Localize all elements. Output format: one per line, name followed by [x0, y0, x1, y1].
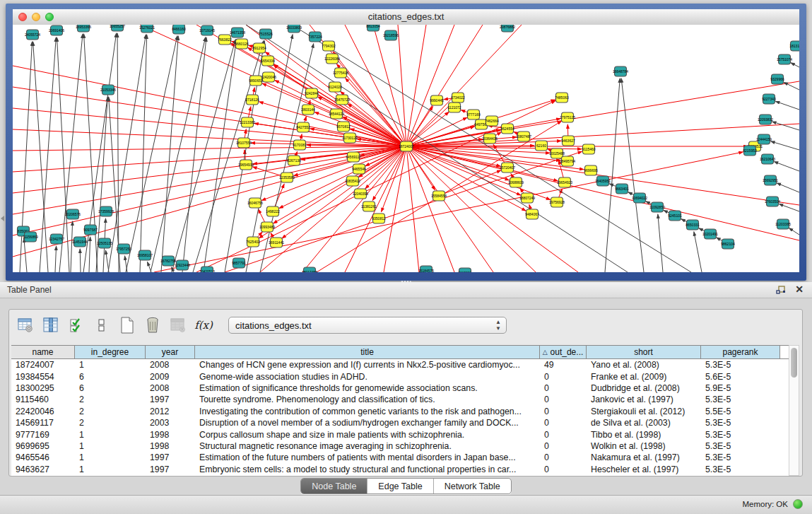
column-header-in_degree[interactable]: in_degree	[75, 346, 146, 358]
scrollbar-thumb[interactable]	[791, 348, 797, 378]
network-node[interactable]: 1498222	[266, 206, 280, 216]
network-node[interactable]: 16958107	[137, 250, 153, 260]
column-header-title[interactable]: title	[195, 346, 540, 358]
network-node[interactable]: 14671358	[230, 28, 245, 37]
network-node[interactable]: 10993489	[259, 222, 275, 232]
network-node[interactable]: 17957253	[116, 244, 131, 254]
network-node[interactable]: 11381261	[361, 201, 377, 211]
network-node[interactable]: 20691406	[49, 25, 64, 35]
network-node[interactable]: 8813054	[366, 25, 380, 31]
network-node[interactable]: 9463627	[561, 136, 575, 146]
network-node[interactable]: 16953366	[76, 25, 91, 32]
network-node[interactable]: 9329966	[770, 74, 784, 84]
network-node[interactable]: 9857791	[232, 258, 246, 268]
network-node[interactable]: 16648784	[613, 66, 628, 76]
network-node[interactable]: 24055724	[25, 30, 40, 40]
table-row[interactable]: 977716911998Corpus callosum shape and si…	[11, 428, 789, 440]
tab-network-table[interactable]: Network Table	[433, 479, 511, 493]
network-node[interactable]: 8267130	[287, 156, 301, 165]
network-node[interactable]: 19654933	[238, 160, 254, 170]
network-node[interactable]: 19756928	[549, 197, 565, 207]
network-canvas[interactable]: 2405572420691406169533661065525715276021…	[13, 25, 799, 272]
network-node[interactable]: 9570812	[336, 122, 351, 132]
network-node[interactable]: 12505135	[97, 238, 112, 248]
column-header-short[interactable]: short	[587, 346, 701, 358]
network-node[interactable]: 11092850	[649, 202, 665, 212]
table-row[interactable]: 1830029562008Estimation of significance …	[11, 382, 789, 394]
network-node[interactable]: 7794302	[322, 41, 336, 51]
network-node[interactable]: 15276021	[139, 25, 155, 33]
function-builder-icon[interactable]: f(x)	[193, 315, 214, 335]
new-document-icon[interactable]	[117, 315, 138, 335]
table-mode-icon[interactable]	[15, 315, 36, 335]
network-node[interactable]: 10807487	[516, 132, 531, 141]
network-node[interactable]: 9097587	[83, 225, 98, 235]
network-node[interactable]: 17603504	[765, 197, 780, 206]
network-node[interactable]: 19654923	[557, 177, 572, 187]
network-node[interactable]: 9115460	[582, 144, 595, 154]
network-node[interactable]: 22420046	[261, 72, 276, 82]
table-row[interactable]: 1938455462009Genome-wide association stu…	[11, 370, 789, 382]
network-node[interactable]: 3624554	[500, 124, 514, 134]
network-node[interactable]: 10201491	[702, 229, 718, 239]
network-node[interactable]: 12923448	[175, 260, 190, 270]
network-node[interactable]: 9663401	[615, 184, 629, 194]
network-node[interactable]: 15184575	[418, 266, 434, 272]
network-node[interactable]: 17359928	[98, 206, 114, 216]
network-node[interactable]: 16033809	[286, 25, 302, 33]
network-node[interactable]: 11451944	[72, 237, 88, 247]
network-node[interactable]: 7663822	[218, 35, 232, 45]
network-node[interactable]: 16210643	[760, 154, 775, 164]
network-node[interactable]: 9777169	[466, 110, 481, 119]
network-node[interactable]: 7462664	[485, 116, 499, 126]
network-node[interactable]: 9660126	[235, 39, 249, 49]
network-node[interactable]: 12226084	[324, 54, 340, 64]
table-row[interactable]: 1872400712008Changes of HCN gene express…	[11, 359, 789, 370]
network-node[interactable]: 2718126	[245, 95, 259, 105]
network-node[interactable]: 18807249	[519, 193, 535, 203]
select-all-icon[interactable]	[66, 315, 87, 335]
network-node[interactable]: 1813105	[789, 41, 799, 51]
network-node[interactable]: 28495794	[560, 156, 575, 166]
network-node[interactable]: 9862104	[721, 239, 735, 249]
network-node[interactable]: 15692951	[763, 175, 778, 185]
tab-edge-table[interactable]: Edge Table	[367, 479, 433, 493]
network-node[interactable]: 10694022	[632, 193, 647, 203]
network-node[interactable]: 7485063	[555, 93, 569, 103]
network-node[interactable]: 62160	[536, 141, 548, 151]
table-row[interactable]: 911546021997Tourette syndrome. Phenomeno…	[11, 394, 789, 405]
column-header-pagerank[interactable]: pagerank	[701, 346, 780, 358]
network-node[interactable]: 20876882	[500, 25, 515, 32]
network-node[interactable]: 12353589	[279, 173, 295, 182]
row-height-icon[interactable]	[91, 315, 112, 335]
network-node[interactable]: 1654334	[261, 56, 275, 66]
network-node[interactable]: 4170081	[293, 140, 307, 150]
network-node[interactable]: 7515526	[259, 29, 273, 39]
table-row[interactable]: 969969511998Structural magnetic resonanc…	[11, 440, 789, 452]
network-node[interactable]: 15475723	[334, 95, 350, 105]
network-view[interactable]: 2405572420691406169533661065525715276021…	[13, 25, 799, 272]
table-row[interactable]: 2242004622012Investigating the contribut…	[11, 406, 789, 417]
network-node[interactable]: 16046756	[247, 198, 263, 208]
table-row[interactable]: 946362711997Embryonic stem cells: a mode…	[11, 464, 789, 475]
column-header-out_de[interactable]: △out_de...	[540, 346, 587, 358]
import-table-icon[interactable]	[167, 315, 189, 335]
network-node[interactable]: 9484067	[525, 209, 539, 219]
float-window-icon[interactable]	[775, 284, 787, 296]
network-node[interactable]: 12775418	[333, 68, 348, 78]
network-node[interactable]: 11203385	[775, 219, 791, 229]
network-node[interactable]: 15751074	[777, 54, 792, 64]
close-icon[interactable]: ✕	[795, 284, 804, 295]
table-row[interactable]: 946554611997Estimation of the future num…	[11, 452, 789, 463]
network-node[interactable]: 10655257	[110, 25, 125, 31]
network-node[interactable]: 10719145	[199, 25, 215, 35]
network-node[interactable]: 9119001	[458, 268, 471, 272]
network-node[interactable]: 8466160	[172, 25, 186, 34]
network-node[interactable]: 9699695	[584, 165, 598, 175]
network-node[interactable]: 9350812	[372, 214, 386, 223]
network-node[interactable]: 7357224	[308, 32, 322, 42]
network-node[interactable]: 6734022	[451, 93, 465, 103]
network-node[interactable]: 1121072	[447, 103, 461, 112]
network-node[interactable]: 8650331	[686, 220, 700, 230]
network-node[interactable]: 20364436	[482, 134, 498, 144]
